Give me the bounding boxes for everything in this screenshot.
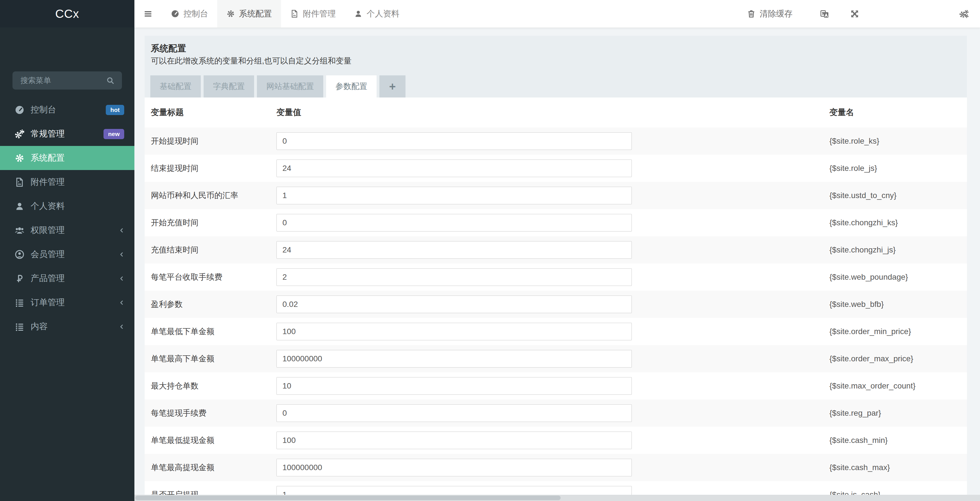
sidebar-item-label: 个人资料 [30,200,65,212]
sidebar-item-dashboard[interactable]: 控制台 hot [0,98,134,122]
clear-cache-button[interactable]: 清除缓存 [747,8,792,19]
topbar-tab-label: 个人资料 [367,8,399,19]
value-input[interactable] [277,241,632,259]
users-icon [14,225,25,236]
row-varname: {$site.chongzhi_ks} [829,218,898,227]
topbar-tab-attachments[interactable]: 附件管理 [281,0,345,27]
sidebar: CCx 控制台 hot 常规管理 new [0,0,134,501]
tab-dictionary-config[interactable]: 字典配置 [204,75,254,97]
header-variable-name: 变量名 [824,107,967,118]
row-label: 单笔最低提现金额 [151,436,215,445]
sidebar-item-content[interactable]: 内容 [0,314,134,339]
tachometer-icon [14,105,25,115]
file-image-icon [290,10,299,18]
value-input[interactable] [277,350,632,368]
table-row: 单笔最高下单金额 {$site.order_max_price} [145,345,967,373]
chevron-left-icon [118,299,125,306]
user-circle-icon [14,249,25,260]
gear-icon [226,10,235,18]
value-input[interactable] [277,268,632,286]
row-varname: {$site.max_order_count} [829,381,916,390]
fullscreen-icon[interactable] [850,9,860,19]
sidebar-item-general[interactable]: 常规管理 new [0,122,134,146]
header-variable-value: 变量值 [277,107,824,118]
topbar-right: 清除缓存 [747,0,980,27]
sidebar-item-label: 系统配置 [30,152,65,164]
sidebar-item-permissions[interactable]: 权限管理 [0,218,134,242]
tab-basic-config[interactable]: 基础配置 [150,75,201,97]
value-input[interactable] [277,214,632,231]
tab-parameter-config[interactable]: 参数配置 [326,75,377,97]
chevron-left-icon [118,275,125,282]
value-input[interactable] [277,187,632,204]
row-label: 单笔最高下单金额 [151,354,215,363]
row-varname: {$site.role_js} [829,164,877,173]
gear-icon [14,153,25,163]
sidebar-item-label: 常规管理 [30,128,65,140]
table-row: 盈利参数 {$site.web_bfb} [145,291,967,318]
topbar-tab-dashboard[interactable]: 控制台 [162,0,217,27]
table-row: 结束提现时间 {$site.role_js} [145,155,967,182]
search-input[interactable] [20,76,106,85]
user-icon [14,201,25,212]
sidebar-item-label: 附件管理 [30,176,65,188]
list-icon [14,297,25,308]
page-title: 系统配置 [151,44,967,53]
cogs-icon [14,128,25,140]
chevron-left-icon [118,323,125,330]
table-row: 单笔最低提现金额 {$site.cash_min} [145,427,967,454]
row-varname: {$site.web_poundage} [829,273,908,281]
sidebar-item-attachments[interactable]: 附件管理 [0,170,134,194]
sidebar-item-products[interactable]: 产品管理 [0,266,134,290]
horizontal-scrollbar[interactable] [134,495,980,501]
topbar-tab-system-config[interactable]: 系统配置 [217,0,281,27]
value-input[interactable] [277,431,632,449]
table-row: 最大持仓单数 {$site.max_order_count} [145,373,967,400]
table-row: 充值结束时间 {$site.chongzhi_js} [145,236,967,263]
value-input[interactable] [277,296,632,313]
clear-cache-label: 清除缓存 [760,8,792,19]
translate-icon[interactable] [819,9,830,19]
value-input[interactable] [277,160,632,177]
row-varname: {$site.role_ks} [829,136,879,145]
add-group-tab-button[interactable]: + [379,75,406,97]
sidebar-item-orders[interactable]: 订单管理 [0,290,134,314]
table-row: 单笔最低下单金额 {$site.order_min_price} [145,318,967,345]
chevron-left-icon [118,227,125,234]
value-input[interactable] [277,377,632,395]
hamburger-icon [143,9,153,19]
row-varname: {$site.chongzhi_js} [829,246,896,254]
value-input[interactable] [277,132,632,150]
trash-icon [747,9,756,18]
topbar: 控制台 系统配置 附件管理 个人资料 清除缓存 [134,0,980,28]
scrollbar-thumb[interactable] [135,496,561,500]
sidebar-item-system-config[interactable]: 系统配置 [0,146,134,170]
value-input[interactable] [277,459,632,476]
gears-icon[interactable] [959,9,969,19]
app-logo: CCx [0,0,134,27]
sidebar-toggle-button[interactable] [134,0,162,27]
system-config-panel: 系统配置 可以在此增改系统的变量和分组,也可以自定义分组和变量 基础配置 字典配… [145,36,967,501]
sidebar-item-members[interactable]: 会员管理 [0,242,134,266]
user-icon [354,10,363,18]
row-varname: {$site.order_max_price} [829,354,913,363]
value-input[interactable] [277,404,632,422]
new-badge: new [103,129,124,139]
page-subtitle: 可以在此增改系统的变量和分组,也可以自定义分组和变量 [151,57,967,65]
value-input[interactable] [277,323,632,340]
tab-website-basic-config[interactable]: 网站基础配置 [257,75,323,97]
search-icon [106,76,115,85]
row-label: 开始提现时间 [151,136,199,145]
topbar-tab-profile[interactable]: 个人资料 [345,0,409,27]
hot-badge: hot [106,105,124,115]
row-label: 最大持仓单数 [151,381,199,390]
topbar-tab-label: 附件管理 [303,8,336,19]
sidebar-item-label: 权限管理 [30,224,65,236]
chevron-left-icon [118,251,125,258]
file-image-icon [14,177,25,188]
sidebar-item-label: 产品管理 [30,273,65,284]
sidebar-item-label: 内容 [30,321,48,332]
sidebar-item-profile[interactable]: 个人资料 [0,194,134,218]
config-rows: 开始提现时间 {$site.role_ks} 结束提现时间 {$site.rol… [145,127,967,501]
row-label: 结束提现时间 [151,164,199,173]
